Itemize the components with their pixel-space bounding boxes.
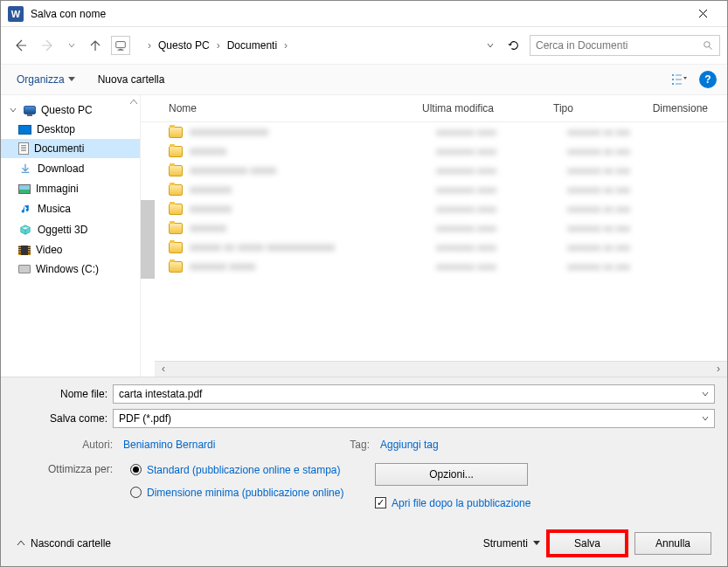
tools-label: Strumenti <box>483 537 528 550</box>
radio-label: Standard (pubblicazione online e stampa) <box>147 463 340 477</box>
search-placeholder: Cerca in Documenti <box>536 39 703 52</box>
list-item[interactable]: xxxxxxxxxxx xxxxxxxxxxxxx xxxxxxxxxxx xx… <box>162 161 727 180</box>
new-folder-button[interactable]: Nuova cartella <box>93 70 170 89</box>
tree-label: Musica <box>38 203 71 215</box>
tree-item-video[interactable]: Video <box>1 240 140 259</box>
help-button[interactable]: ? <box>699 71 717 88</box>
list-item[interactable]: xxxxxxxxxxxxxxxx xxxxxxxxxxx xx xxx <box>162 199 727 218</box>
nav-bar: › Questo PC › Documenti › Cerca in Docum… <box>1 27 727 64</box>
tree-label: Download <box>38 162 84 175</box>
checkbox-icon <box>375 497 386 508</box>
scroll-thumb[interactable] <box>141 200 155 279</box>
radio-minimum[interactable]: Dimensione minima (pubblicazione online) <box>130 486 357 500</box>
folder-icon <box>169 261 183 273</box>
folder-icon <box>169 184 183 196</box>
folder-icon <box>169 165 183 176</box>
search-icon <box>703 40 714 52</box>
hide-folders-button[interactable]: Nascondi cartelle <box>17 537 111 550</box>
saveas-select[interactable]: PDF (*.pdf) <box>113 409 715 428</box>
chevron-down-icon <box>487 42 494 49</box>
filename-label: Nome file: <box>1 388 113 400</box>
toolbar: Organizza Nuova cartella ? <box>1 64 727 95</box>
nav-forward-button[interactable] <box>36 33 60 58</box>
folder-icon <box>169 223 183 234</box>
checkbox-open-after[interactable]: Apri file dopo la pubblicazione <box>375 496 715 510</box>
tree-label: Immagini <box>36 183 79 195</box>
tags-label: Tag: <box>335 439 370 451</box>
file-list[interactable]: xxxxxxxxxxxxxxxxxxxxxxx xxxxxxxxxxx xx x… <box>141 122 727 361</box>
tree-label: Questo PC <box>41 104 93 116</box>
breadcrumb-sep-icon: › <box>215 39 222 52</box>
svg-rect-0 <box>116 42 126 48</box>
tree-item-downloads[interactable]: Download <box>1 158 140 179</box>
filename-value: carta intestata.pdf <box>119 388 202 400</box>
list-item[interactable]: xxxxxxxxxxxxxxx xxxxxxxxxxx xx xxx <box>162 218 727 238</box>
col-modified[interactable]: Ultima modifica <box>415 100 546 116</box>
dropdown-icon[interactable] <box>702 388 709 400</box>
list-item[interactable]: xxxxxxxxxxxxxxxx xxxxxxxxxxx xx xxx <box>162 180 727 199</box>
list-item[interactable]: xxxxxx xx xxxxx xxxxxxxxxxxxxxxxxxxxx xx… <box>162 238 727 257</box>
folder-tree[interactable]: Questo PC Desktop Documenti Download Imm… <box>1 95 141 377</box>
nav-recent-dropdown[interactable] <box>64 36 80 55</box>
save-form: Nome file: carta intestata.pdf Salva com… <box>1 377 727 521</box>
col-type[interactable]: Tipo <box>546 100 642 116</box>
nav-back-button[interactable] <box>8 33 32 58</box>
document-icon <box>18 142 29 155</box>
video-icon <box>18 245 31 255</box>
list-item[interactable]: xxxxxxxxxxxxxxxxxxxxxxx xxxxxxxxxxx xx x… <box>162 122 727 142</box>
pc-icon <box>114 39 127 52</box>
scroll-left-icon[interactable]: ‹ <box>156 363 170 375</box>
organize-button[interactable]: Organizza <box>11 70 80 89</box>
save-button[interactable]: Salva <box>549 532 626 555</box>
options-button[interactable]: Opzioni... <box>375 463 528 486</box>
col-size[interactable]: Dimensione <box>642 100 727 116</box>
list-item[interactable]: xxxxxxxxxxxxxxx xxxxxxxxxxx xx xxx <box>162 142 727 161</box>
list-item[interactable]: xxxxxxx xxxxxxxxxxxxx xxxxxxxxxxx xx xxx <box>162 257 727 276</box>
tree-label: Video <box>36 244 62 256</box>
horizontal-scrollbar[interactable]: ‹ › <box>155 361 727 377</box>
scroll-right-icon[interactable]: › <box>711 363 725 375</box>
address-icon[interactable] <box>111 36 130 55</box>
col-name[interactable]: Nome <box>162 100 415 116</box>
search-input[interactable]: Cerca in Documenti <box>530 35 720 56</box>
tools-dropdown[interactable]: Strumenti <box>483 537 540 550</box>
tree-item-music[interactable]: Musica <box>1 198 140 219</box>
radio-standard[interactable]: Standard (pubblicazione online e stampa) <box>130 463 357 477</box>
tree-item-images[interactable]: Immagini <box>1 179 140 198</box>
close-button[interactable] <box>685 2 720 26</box>
tree-item-desktop[interactable]: Desktop <box>1 120 140 139</box>
svg-point-1 <box>704 41 711 47</box>
radio-label: Dimensione minima (pubblicazione online) <box>147 486 343 500</box>
address-dropdown[interactable] <box>482 36 498 55</box>
saveas-label: Salva come: <box>1 412 113 425</box>
optimize-label: Ottimizza per: <box>31 463 113 510</box>
pictures-icon <box>18 184 31 194</box>
authors-value[interactable]: Beniamino Bernardi <box>123 439 324 451</box>
refresh-button[interactable] <box>502 33 526 58</box>
desktop-icon <box>18 125 31 135</box>
close-icon <box>698 9 708 18</box>
organize-label: Organizza <box>17 73 65 86</box>
word-app-icon: W <box>8 6 24 22</box>
filename-input[interactable]: carta intestata.pdf <box>113 384 715 404</box>
caret-down-icon <box>10 104 17 116</box>
tree-scroll-up-icon[interactable] <box>129 97 138 109</box>
tree-item-documents[interactable]: Documenti <box>1 139 140 158</box>
tree-label: Oggetti 3D <box>38 224 87 236</box>
saveas-value: PDF (*.pdf) <box>119 412 171 425</box>
cancel-button[interactable]: Annulla <box>634 532 711 555</box>
cube-icon <box>18 223 32 237</box>
nav-up-button[interactable] <box>83 33 107 58</box>
svg-rect-2 <box>672 74 674 76</box>
window-title: Salva con nome <box>31 8 685 20</box>
tree-item-drive-c[interactable]: Windows (C:) <box>1 259 140 279</box>
tree-root-pc[interactable]: Questo PC <box>1 100 140 120</box>
view-mode-button[interactable] <box>664 69 694 90</box>
arrow-up-icon <box>88 38 102 52</box>
checkbox-label: Apri file dopo la pubblicazione <box>392 496 530 510</box>
breadcrumb-item-documents[interactable]: Documenti <box>224 36 281 55</box>
tree-item-3d-objects[interactable]: Oggetti 3D <box>1 219 140 240</box>
tags-value[interactable]: Aggiungi tag <box>380 439 439 451</box>
breadcrumb-item-pc[interactable]: Questo PC <box>155 36 213 55</box>
dropdown-icon[interactable] <box>702 412 709 425</box>
